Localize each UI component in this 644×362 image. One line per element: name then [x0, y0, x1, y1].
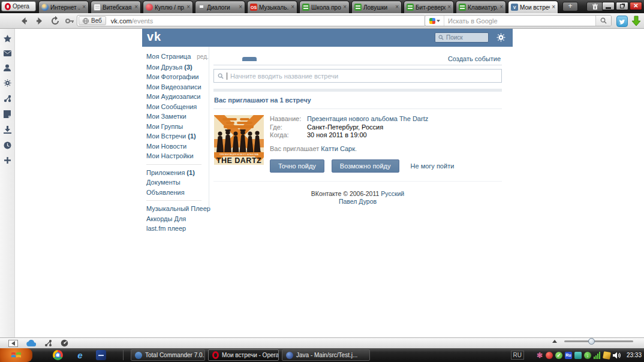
vk-tab[interactable]: [228, 57, 242, 61]
contacts-person-icon[interactable]: [4, 64, 11, 71]
create-event-link[interactable]: Создать событие: [448, 55, 502, 62]
sidebar-item[interactable]: Мои Друзья(3): [146, 62, 206, 73]
browser-tab[interactable]: Куплю / пр...: [143, 1, 193, 13]
sidebar-item[interactable]: Мои Сообщения: [146, 102, 206, 112]
tray-teal-app-icon[interactable]: [574, 352, 582, 359]
sidebar-item[interactable]: Объявления: [146, 188, 206, 198]
app-quicklaunch-icon[interactable]: [96, 350, 106, 360]
sidebar-item[interactable]: Мои Встречи(1): [146, 131, 206, 141]
zoom-presets-button[interactable]: [552, 340, 557, 343]
tab-close-icon[interactable]: [447, 4, 451, 10]
browser-tab[interactable]: Бит-реверс: [404, 1, 454, 13]
tab-close-icon[interactable]: [343, 4, 347, 10]
zoom-slider-handle[interactable]: [588, 338, 595, 345]
vk-tab[interactable]: [257, 57, 271, 61]
forward-button[interactable]: [35, 16, 44, 26]
close-button[interactable]: ✕: [630, 2, 642, 10]
tab-close-icon[interactable]: [186, 4, 190, 10]
inviter-link[interactable]: Катти Сарк: [321, 145, 355, 152]
sidebar-item[interactable]: Документы: [146, 177, 206, 188]
taskbar-button-java[interactable]: Java - Main/src/Test.j...: [282, 349, 370, 361]
opera-turbo-gauge-icon[interactable]: [61, 339, 68, 347]
scheme-badge[interactable]: Веб: [79, 16, 106, 25]
sidebar-item[interactable]: Мои Фотографии: [146, 72, 206, 82]
sidebar-item[interactable]: Мои Группы: [146, 122, 206, 132]
unite-share-icon[interactable]: [4, 95, 11, 102]
browser-tab[interactable]: Диалоги: [195, 1, 245, 13]
restore-button[interactable]: [616, 2, 628, 10]
mail-icon[interactable]: [4, 50, 11, 56]
language-indicator[interactable]: RU: [511, 351, 524, 360]
opera-link-cloud-icon[interactable]: [26, 340, 36, 346]
history-clock-icon[interactable]: [4, 141, 11, 149]
tab-close-icon[interactable]: [291, 4, 294, 10]
search-go-button[interactable]: [595, 16, 611, 26]
event-name-link[interactable]: Презентация нового альбома The Dartz: [307, 115, 428, 123]
sidebar-item[interactable]: last.fm плеер: [146, 224, 206, 234]
language-link[interactable]: Русский: [381, 190, 404, 197]
sidebar-item[interactable]: Музыкальный Плеер: [146, 204, 206, 214]
sidebar-item[interactable]: Приложения(1): [146, 168, 206, 178]
sidebar-item[interactable]: Мои Настройки: [146, 151, 206, 161]
browser-tab[interactable]: Ловушки: [351, 1, 402, 13]
twitter-extension-button[interactable]: [616, 16, 628, 27]
share-nodes-icon[interactable]: [44, 339, 52, 347]
sidebar-item[interactable]: Мои Заметки: [146, 111, 206, 122]
tab-close-icon[interactable]: [499, 4, 503, 10]
ie-quicklaunch-icon[interactable]: e: [75, 350, 85, 360]
web-search-field[interactable]: Искать в Google: [425, 15, 612, 26]
tray-red-app-icon[interactable]: [546, 352, 553, 359]
reload-button[interactable]: [50, 16, 60, 26]
sidebar-item[interactable]: Аккорды Для: [146, 214, 206, 224]
tab-close-icon[interactable]: [134, 4, 138, 10]
decline-link[interactable]: Не могу пойти: [411, 162, 455, 170]
tab-close-icon[interactable]: [552, 4, 555, 10]
tray-torrent-icon[interactable]: ↓: [584, 352, 591, 359]
opera-menu-button[interactable]: Opera: [1, 1, 36, 11]
event-search-input[interactable]: Начните вводить название встречи: [213, 69, 502, 83]
bookmarks-star-icon[interactable]: [4, 35, 11, 43]
sidebar-item[interactable]: Мои Видеозаписи: [146, 82, 206, 92]
minimize-button[interactable]: [602, 2, 615, 10]
browser-tab[interactable]: Школа про...: [299, 1, 350, 13]
author-link[interactable]: Павел Дуров: [339, 198, 377, 205]
tab-close-icon[interactable]: [82, 4, 86, 10]
vk-logo[interactable]: vk: [147, 30, 161, 44]
browser-tab[interactable]: OS Музыкаль...: [247, 1, 297, 13]
taskbar-button-total-commander[interactable]: Total Commander 7.0...: [131, 349, 205, 361]
vk-tab[interactable]: [213, 57, 228, 61]
download-arrow-button[interactable]: [630, 15, 642, 27]
tray-antivirus-check-icon[interactable]: ✓: [555, 352, 562, 359]
accept-button[interactable]: Точно пойду: [270, 159, 324, 173]
tray-brush-icon[interactable]: [603, 351, 611, 360]
back-button[interactable]: [19, 16, 29, 26]
taskbar-button-opera[interactable]: Мои встречи - Opera: [208, 349, 279, 361]
tray-messenger-icon[interactable]: ✻: [536, 352, 543, 359]
address-bar[interactable]: Веб vk.com/events: [77, 15, 426, 26]
tray-network-signal-icon[interactable]: [594, 352, 601, 359]
browser-tab[interactable]: Клавиатур...: [456, 1, 506, 13]
add-panel-plus-icon[interactable]: [4, 157, 11, 164]
sidebar-item[interactable]: Мои Аудиозаписи: [146, 92, 206, 102]
vk-header-search[interactable]: Поиск: [435, 32, 489, 43]
tab-close-icon[interactable]: [239, 4, 242, 10]
event-poster-image[interactable]: ПРЕЗЕНТАЦИЯ НОВОГО АЛЬБОМА THE DARTZ: [214, 115, 264, 165]
sidebar-item[interactable]: Мои Новости: [146, 141, 206, 152]
browser-tab[interactable]: V Мои встречи: [508, 1, 558, 13]
password-key-button[interactable]: [65, 16, 74, 26]
new-tab-button[interactable]: +: [562, 2, 578, 11]
settings-gear-icon[interactable]: [496, 33, 505, 42]
zoom-slider[interactable]: [564, 340, 633, 342]
start-button[interactable]: [0, 348, 32, 362]
downloads-icon[interactable]: [4, 126, 11, 134]
volume-speaker-icon[interactable]: [613, 352, 621, 359]
widgets-gear-icon[interactable]: [4, 79, 11, 87]
browser-tab[interactable]: Витебская ...: [91, 1, 141, 13]
search-engine-selector[interactable]: [425, 16, 444, 26]
sidebar-item[interactable]: Моя Страницаред.: [146, 52, 206, 62]
browser-tab[interactable]: Интернет ...: [38, 1, 89, 13]
notes-icon[interactable]: [4, 110, 11, 118]
chrome-quicklaunch-icon[interactable]: [53, 350, 63, 360]
panel-toggle-button[interactable]: [8, 340, 18, 347]
tab-close-icon[interactable]: [395, 4, 399, 10]
